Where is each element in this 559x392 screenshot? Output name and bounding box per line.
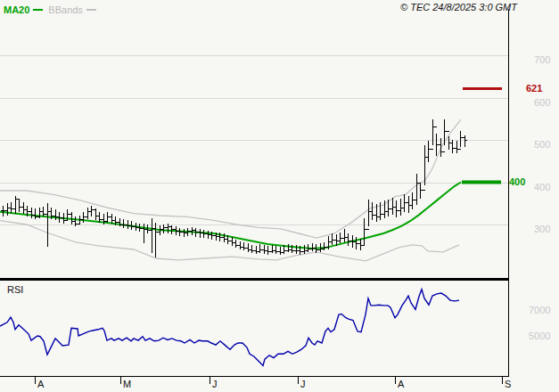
month-label: M [123, 379, 131, 389]
copyright-text: © TEC 24/8/2025 3:0 GMT [400, 2, 517, 12]
month-label: S [505, 379, 511, 389]
price-axis-label: 500 [534, 139, 550, 150]
month-label: J [300, 379, 306, 389]
support-value-label: 400 [509, 176, 525, 187]
rsi-axis-label: 7000 [529, 305, 550, 315]
rsi-axis-label: 5000 [529, 331, 550, 341]
ma20-line [0, 183, 461, 249]
month-label: J [212, 379, 218, 389]
legend: MA20 BBands [4, 4, 102, 16]
panel-separator [0, 278, 509, 281]
price-axis-label: 700 [534, 54, 550, 65]
price-axis-label: 600 [534, 97, 550, 108]
chart-canvas [0, 0, 559, 392]
resistance-value-label: 621 [526, 83, 542, 94]
price-axis-label: 300 [534, 224, 550, 234]
month-label: A [37, 379, 44, 389]
price-axis-label: 400 [534, 182, 550, 192]
legend-bbands-label: BBands [48, 4, 83, 15]
legend-ma20-label: MA20 [4, 4, 29, 15]
bollinger-band-line [0, 119, 461, 238]
rsi-panel-title: RSI [7, 284, 23, 295]
stock-chart-window: MA20 BBands © TEC 24/8/2025 3:0 GMT RSI … [0, 0, 559, 392]
month-label: A [398, 379, 404, 389]
rsi-line [0, 290, 459, 366]
ma20-line-swatch [33, 9, 43, 11]
bbands-line-swatch [86, 9, 96, 11]
